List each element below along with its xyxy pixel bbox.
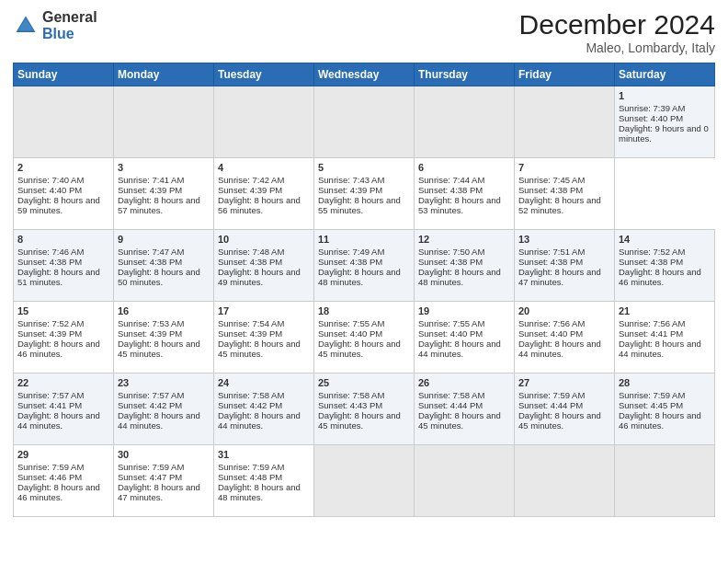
day-cell-17: 17Sunrise: 7:54 AMSunset: 4:39 PMDayligh…: [214, 302, 314, 373]
day-number: 2: [17, 162, 109, 173]
empty-cell: [415, 445, 515, 517]
day-cell-7: 7Sunrise: 7:45 AMSunset: 4:38 PMDaylight…: [515, 158, 615, 230]
day-cell-26: 26Sunrise: 7:58 AMSunset: 4:44 PMDayligh…: [415, 373, 515, 445]
day-number: 27: [518, 377, 610, 388]
day-number: 9: [118, 234, 210, 245]
day-cell-23: 23Sunrise: 7:57 AMSunset: 4:42 PMDayligh…: [114, 373, 214, 445]
day-cell-15: 15Sunrise: 7:52 AMSunset: 4:39 PMDayligh…: [14, 302, 114, 373]
empty-cell: [14, 86, 114, 158]
empty-cell: [114, 86, 214, 158]
day-cell-30: 30Sunrise: 7:59 AMSunset: 4:47 PMDayligh…: [114, 445, 214, 517]
day-cell-22: 22Sunrise: 7:57 AMSunset: 4:41 PMDayligh…: [14, 373, 114, 445]
week-row-2: 2Sunrise: 7:40 AMSunset: 4:40 PMDaylight…: [14, 158, 715, 230]
day-cell-28: 28Sunrise: 7:59 AMSunset: 4:45 PMDayligh…: [615, 373, 715, 445]
day-number: 4: [218, 162, 310, 173]
day-cell-9: 9Sunrise: 7:47 AMSunset: 4:38 PMDaylight…: [114, 230, 214, 302]
day-number: 6: [418, 162, 510, 173]
day-cell-16: 16Sunrise: 7:53 AMSunset: 4:39 PMDayligh…: [114, 302, 214, 373]
title-block: December 2024 Maleo, Lombardy, Italy: [519, 9, 715, 55]
empty-cell: [314, 86, 415, 158]
logo-general: General: [42, 9, 97, 26]
day-cell-21: 21Sunrise: 7:56 AMSunset: 4:41 PMDayligh…: [615, 302, 715, 373]
day-number: 25: [318, 377, 410, 388]
day-number: 8: [17, 234, 109, 245]
empty-cell: [214, 86, 314, 158]
day-cell-3: 3Sunrise: 7:41 AMSunset: 4:39 PMDaylight…: [114, 158, 214, 230]
day-header-thursday: Thursday: [415, 63, 515, 86]
day-number: 3: [118, 162, 210, 173]
day-number: 29: [17, 449, 109, 460]
day-number: 19: [418, 305, 510, 316]
svg-marker-1: [18, 17, 34, 30]
day-number: 22: [17, 377, 109, 388]
day-cell-10: 10Sunrise: 7:48 AMSunset: 4:38 PMDayligh…: [214, 230, 314, 302]
day-number: 15: [17, 305, 109, 316]
day-cell-24: 24Sunrise: 7:58 AMSunset: 4:42 PMDayligh…: [214, 373, 314, 445]
day-number: 1: [619, 90, 711, 101]
day-cell-19: 19Sunrise: 7:55 AMSunset: 4:40 PMDayligh…: [415, 302, 515, 373]
day-number: 11: [318, 234, 410, 245]
day-number: 30: [118, 449, 210, 460]
day-cell-25: 25Sunrise: 7:58 AMSunset: 4:43 PMDayligh…: [314, 373, 415, 445]
header: General Blue December 2024 Maleo, Lombar…: [13, 9, 715, 55]
day-number: 10: [218, 234, 310, 245]
day-cell-1: 1Sunrise: 7:39 AMSunset: 4:40 PMDaylight…: [615, 86, 715, 158]
calendar-table: SundayMondayTuesdayWednesdayThursdayFrid…: [13, 63, 715, 517]
day-header-saturday: Saturday: [615, 63, 715, 86]
day-number: 26: [418, 377, 510, 388]
days-header-row: SundayMondayTuesdayWednesdayThursdayFrid…: [14, 63, 715, 86]
logo: General Blue: [13, 9, 97, 41]
day-number: 7: [518, 162, 610, 173]
day-cell-6: 6Sunrise: 7:44 AMSunset: 4:38 PMDaylight…: [415, 158, 515, 230]
day-number: 18: [318, 305, 410, 316]
day-cell-18: 18Sunrise: 7:55 AMSunset: 4:40 PMDayligh…: [314, 302, 415, 373]
week-row-1: 1Sunrise: 7:39 AMSunset: 4:40 PMDaylight…: [14, 86, 715, 158]
empty-cell: [515, 445, 615, 517]
week-row-3: 8Sunrise: 7:46 AMSunset: 4:38 PMDaylight…: [14, 230, 715, 302]
day-number: 21: [619, 305, 711, 316]
day-number: 17: [218, 305, 310, 316]
day-number: 31: [218, 449, 310, 460]
day-number: 28: [619, 377, 711, 388]
day-cell-31: 31Sunrise: 7:59 AMSunset: 4:48 PMDayligh…: [214, 445, 314, 517]
day-cell-12: 12Sunrise: 7:50 AMSunset: 4:38 PMDayligh…: [415, 230, 515, 302]
day-header-sunday: Sunday: [14, 63, 114, 86]
day-cell-13: 13Sunrise: 7:51 AMSunset: 4:38 PMDayligh…: [515, 230, 615, 302]
day-cell-2: 2Sunrise: 7:40 AMSunset: 4:40 PMDaylight…: [14, 158, 114, 230]
logo-blue-text: Blue: [42, 26, 97, 42]
week-row-4: 15Sunrise: 7:52 AMSunset: 4:39 PMDayligh…: [14, 302, 715, 373]
day-cell-8: 8Sunrise: 7:46 AMSunset: 4:38 PMDaylight…: [14, 230, 114, 302]
day-cell-29: 29Sunrise: 7:59 AMSunset: 4:46 PMDayligh…: [14, 445, 114, 517]
day-cell-20: 20Sunrise: 7:56 AMSunset: 4:40 PMDayligh…: [515, 302, 615, 373]
day-number: 13: [518, 234, 610, 245]
day-header-tuesday: Tuesday: [214, 63, 314, 86]
week-row-6: 29Sunrise: 7:59 AMSunset: 4:46 PMDayligh…: [14, 445, 715, 517]
day-header-monday: Monday: [114, 63, 214, 86]
day-cell-14: 14Sunrise: 7:52 AMSunset: 4:38 PMDayligh…: [615, 230, 715, 302]
calendar-body: 1Sunrise: 7:39 AMSunset: 4:40 PMDaylight…: [14, 86, 715, 517]
month-year: December 2024: [519, 9, 715, 40]
empty-cell: [515, 86, 615, 158]
main-container: General Blue December 2024 Maleo, Lombar…: [0, 0, 728, 526]
location: Maleo, Lombardy, Italy: [519, 40, 715, 55]
day-number: 16: [118, 305, 210, 316]
day-number: 23: [118, 377, 210, 388]
day-cell-11: 11Sunrise: 7:49 AMSunset: 4:38 PMDayligh…: [314, 230, 415, 302]
day-cell-5: 5Sunrise: 7:43 AMSunset: 4:39 PMDaylight…: [314, 158, 415, 230]
empty-cell: [615, 445, 715, 517]
empty-cell: [415, 86, 515, 158]
day-header-wednesday: Wednesday: [314, 63, 415, 86]
week-row-5: 22Sunrise: 7:57 AMSunset: 4:41 PMDayligh…: [14, 373, 715, 445]
empty-cell: [314, 445, 415, 517]
day-number: 20: [518, 305, 610, 316]
day-number: 5: [318, 162, 410, 173]
logo-text: General Blue: [42, 9, 97, 41]
day-cell-27: 27Sunrise: 7:59 AMSunset: 4:44 PMDayligh…: [515, 373, 615, 445]
day-number: 12: [418, 234, 510, 245]
day-number: 24: [218, 377, 310, 388]
day-header-friday: Friday: [515, 63, 615, 86]
day-cell-4: 4Sunrise: 7:42 AMSunset: 4:39 PMDaylight…: [214, 158, 314, 230]
day-number: 14: [619, 234, 711, 245]
logo-icon: [13, 13, 39, 39]
